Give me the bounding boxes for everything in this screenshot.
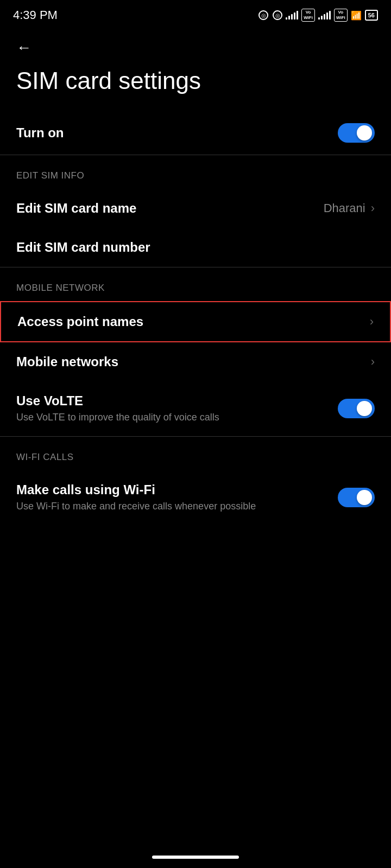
edit-sim-card-name-content: Edit SIM card name <box>16 201 324 216</box>
status-bar: 4:39 PM ◎ ◎ VoWiFi VoWiFi 📶 <box>0 0 391 28</box>
signal-bar <box>297 11 298 20</box>
access-point-names-content: Access point names <box>17 314 370 329</box>
page-title: SIM card settings <box>0 62 391 111</box>
status-time: 4:39 PM <box>13 8 58 22</box>
signal-bar <box>294 12 295 20</box>
mobile-networks-label: Mobile networks <box>16 354 371 369</box>
turn-on-toggle[interactable] <box>338 123 375 143</box>
access-point-names-label: Access point names <box>17 314 370 329</box>
make-calls-wifi-toggle[interactable] <box>338 488 375 507</box>
toggle-knob <box>357 401 372 416</box>
use-volte-content: Use VoLTE Use VoLTE to improve the quali… <box>16 393 338 424</box>
edit-sim-info-header: EDIT SIM INFO <box>0 155 391 189</box>
toggle-knob <box>357 490 372 505</box>
battery-level: 56 <box>368 12 375 18</box>
signal-bar <box>318 17 320 20</box>
make-calls-wifi-row: Make calls using Wi-Fi Use Wi-Fi to make… <box>0 470 391 525</box>
access-point-names-item[interactable]: Access point names › <box>0 301 391 342</box>
signal-bar <box>324 14 325 20</box>
make-calls-wifi-sublabel: Use Wi-Fi to make and receive calls when… <box>16 500 288 513</box>
vo-wifi-badge-2: VoWiFi <box>334 9 348 21</box>
use-volte-label: Use VoLTE <box>16 393 338 409</box>
signal-bars-2 <box>318 11 331 20</box>
mobile-networks-content: Mobile networks <box>16 354 371 369</box>
turn-on-row: Turn on <box>0 111 391 155</box>
bottom-bar <box>0 846 391 868</box>
edit-sim-card-number-label: Edit SIM card number <box>16 240 375 255</box>
mobile-network-header: MOBILE NETWORK <box>0 267 391 301</box>
use-volte-sublabel: Use VoLTE to improve the quality of voic… <box>16 411 288 424</box>
signal-bar <box>329 11 331 20</box>
make-calls-wifi-content: Make calls using Wi-Fi Use Wi-Fi to make… <box>16 482 338 513</box>
wifi-calls-header: WI-FI CALLS <box>0 437 391 470</box>
make-calls-wifi-label: Make calls using Wi-Fi <box>16 482 338 497</box>
signal-bar <box>326 12 328 20</box>
signal-bar <box>291 14 293 20</box>
edit-sim-card-name-label: Edit SIM card name <box>16 201 324 216</box>
instagram-icon: ◎ <box>258 10 268 20</box>
home-indicator <box>152 856 239 859</box>
signal-bar <box>321 16 323 20</box>
signal-bars-1 <box>286 11 298 20</box>
edit-sim-card-number-item[interactable]: Edit SIM card number <box>0 228 391 267</box>
signal-bar <box>286 17 287 20</box>
chevron-icon: › <box>370 315 374 329</box>
notification-icons: ◎ ◎ <box>258 10 282 20</box>
status-icons: ◎ ◎ VoWiFi VoWiFi 📶 56 <box>258 9 378 21</box>
toggle-knob <box>357 125 372 141</box>
sim-card-name-value: Dharani <box>324 201 365 215</box>
battery-icon: 56 <box>365 10 378 21</box>
app-icon: ◎ <box>273 10 282 20</box>
edit-sim-card-name-item[interactable]: Edit SIM card name Dharani › <box>0 189 391 228</box>
use-volte-row: Use VoLTE Use VoLTE to improve the quali… <box>0 381 391 436</box>
edit-sim-card-number-content: Edit SIM card number <box>16 240 375 255</box>
wifi-icon: 📶 <box>351 10 362 21</box>
turn-on-label: Turn on <box>16 125 64 141</box>
chevron-icon: › <box>371 355 375 369</box>
back-button[interactable]: ← <box>0 28 391 62</box>
chevron-icon: › <box>371 201 375 215</box>
vo-wifi-badge-1: VoWiFi <box>301 9 315 21</box>
mobile-networks-item[interactable]: Mobile networks › <box>0 342 391 381</box>
signal-bar <box>288 16 290 20</box>
use-volte-toggle[interactable] <box>338 399 375 418</box>
